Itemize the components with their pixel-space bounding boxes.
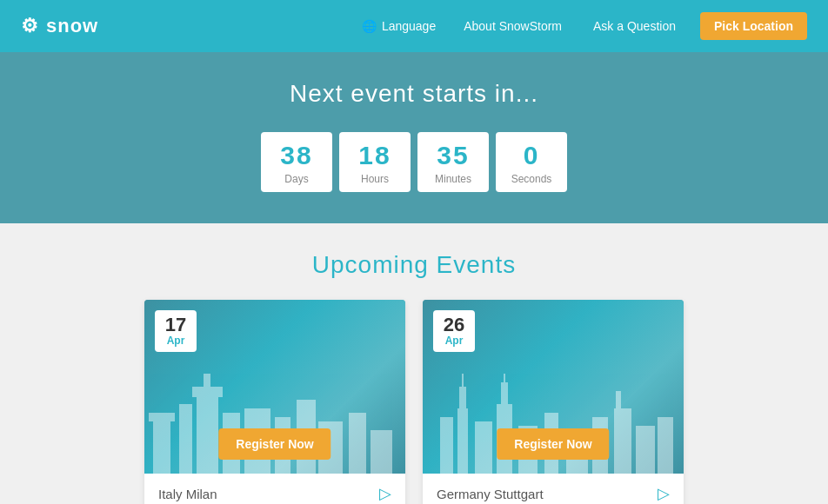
date-badge: 17 Apr bbox=[155, 310, 197, 352]
nav-links: 🌐 Language About SnowStorm Ask a Questio… bbox=[351, 12, 807, 40]
svg-rect-16 bbox=[462, 374, 464, 389]
event-info: Italy Milan ▷ bbox=[144, 474, 405, 504]
svg-rect-14 bbox=[457, 408, 468, 474]
hero-title: Next event starts in... bbox=[21, 80, 807, 108]
countdown-box: 38 Days bbox=[261, 132, 332, 192]
svg-rect-3 bbox=[197, 395, 218, 474]
about-link[interactable]: About SnowStorm bbox=[450, 14, 576, 38]
countdown: 38 Days 18 Hours 35 Minutes 0 Seconds bbox=[21, 132, 807, 192]
ask-link[interactable]: Ask a Question bbox=[579, 14, 690, 38]
countdown-label: Seconds bbox=[503, 173, 560, 185]
events-grid: 17 Apr Register Now Italy Milan ▷ 26 Apr… bbox=[21, 300, 807, 504]
countdown-label: Hours bbox=[346, 173, 404, 185]
svg-rect-28 bbox=[658, 417, 673, 474]
event-card: 26 Apr Register Now Germany Stuttgart ▷ bbox=[423, 300, 684, 504]
event-image: 26 Apr Register Now bbox=[423, 300, 684, 474]
location-icon: ▷ bbox=[379, 484, 391, 503]
globe-icon: 🌐 bbox=[362, 19, 377, 33]
svg-rect-26 bbox=[616, 391, 621, 410]
event-image: 17 Apr Register Now bbox=[144, 300, 405, 474]
register-button[interactable]: Register Now bbox=[218, 428, 331, 460]
navbar: ⚙ snow 🌐 Language About SnowStorm Ask a … bbox=[0, 0, 828, 52]
event-location: Germany Stuttgart bbox=[437, 487, 544, 501]
countdown-label: Minutes bbox=[424, 173, 482, 185]
svg-rect-0 bbox=[153, 421, 170, 474]
event-location: Italy Milan bbox=[158, 487, 217, 501]
logo-text: snow bbox=[46, 15, 98, 37]
countdown-num: 18 bbox=[346, 141, 404, 169]
countdown-num: 0 bbox=[503, 141, 560, 169]
location-icon: ▷ bbox=[658, 484, 670, 503]
countdown-box: 18 Hours bbox=[339, 132, 411, 192]
hero-section: Next event starts in... 38 Days 18 Hours… bbox=[0, 52, 828, 223]
date-day: 26 bbox=[442, 315, 466, 335]
countdown-num: 38 bbox=[268, 141, 325, 169]
logo-icon: ⚙ bbox=[21, 15, 39, 37]
register-button[interactable]: Register Now bbox=[497, 428, 609, 460]
svg-rect-11 bbox=[349, 413, 366, 474]
svg-rect-13 bbox=[440, 417, 453, 474]
date-month: Apr bbox=[442, 335, 466, 347]
countdown-box: 0 Seconds bbox=[496, 132, 567, 192]
events-section: Upcoming Events 17 Apr Register Now Ital… bbox=[0, 223, 828, 504]
svg-rect-2 bbox=[179, 404, 192, 474]
language-label: Language bbox=[382, 19, 436, 33]
svg-rect-20 bbox=[504, 374, 505, 386]
svg-rect-15 bbox=[459, 387, 466, 411]
events-title: Upcoming Events bbox=[21, 251, 807, 279]
countdown-box: 35 Minutes bbox=[417, 132, 489, 192]
svg-rect-17 bbox=[475, 421, 492, 474]
svg-rect-25 bbox=[614, 408, 631, 474]
pick-location-button[interactable]: Pick Location bbox=[700, 12, 807, 40]
event-card: 17 Apr Register Now Italy Milan ▷ bbox=[144, 300, 405, 504]
svg-rect-5 bbox=[204, 374, 210, 389]
language-link[interactable]: 🌐 Language bbox=[351, 14, 446, 38]
event-info: Germany Stuttgart ▷ bbox=[423, 474, 684, 504]
date-month: Apr bbox=[164, 335, 188, 347]
date-badge: 26 Apr bbox=[433, 310, 475, 352]
svg-rect-19 bbox=[501, 382, 508, 407]
svg-rect-12 bbox=[371, 430, 392, 474]
logo-area: ⚙ snow bbox=[21, 15, 351, 37]
svg-rect-27 bbox=[636, 426, 655, 474]
countdown-num: 35 bbox=[424, 141, 482, 169]
svg-rect-1 bbox=[149, 413, 175, 421]
date-day: 17 bbox=[164, 315, 188, 335]
countdown-label: Days bbox=[268, 173, 325, 185]
